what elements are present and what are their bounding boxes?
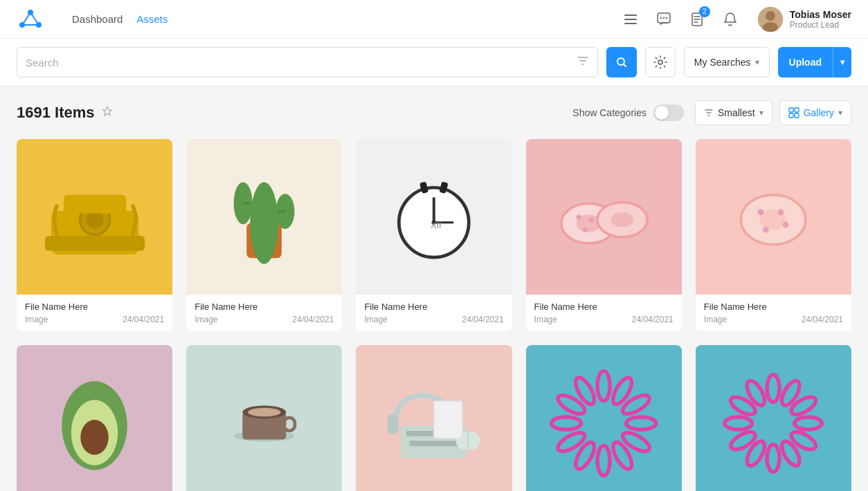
gallery-info: File Name Here Image 24/04/2021 — [356, 295, 512, 331]
file-date: 24/04/2021 — [632, 315, 673, 324]
svg-point-87 — [728, 428, 758, 452]
svg-point-67 — [597, 371, 610, 400]
categories-toggle[interactable] — [653, 104, 684, 121]
svg-point-47 — [758, 209, 764, 215]
upload-dropdown-icon[interactable]: ▾ — [833, 47, 851, 77]
svg-point-26 — [251, 182, 279, 263]
svg-line-3 — [22, 12, 30, 25]
file-name: File Name Here — [704, 302, 843, 312]
gallery-item[interactable]: XII File Name Here Image 24/04/2021 — [356, 139, 512, 331]
sort-button[interactable]: Smallest ▾ — [695, 100, 772, 125]
chat-icon[interactable] — [653, 8, 675, 30]
thumbnail — [356, 345, 512, 491]
bell-icon[interactable] — [719, 8, 741, 30]
task-icon[interactable]: 2 — [686, 8, 708, 30]
svg-rect-21 — [45, 236, 145, 251]
svg-point-84 — [779, 438, 803, 468]
view-button[interactable]: Gallery ▾ — [779, 100, 851, 125]
file-type: Image — [25, 315, 48, 324]
svg-text:XII: XII — [431, 220, 441, 230]
chevron-down-icon: ▾ — [755, 57, 759, 67]
upload-label: Upload — [778, 47, 833, 77]
logo[interactable] — [17, 6, 44, 33]
svg-point-41 — [611, 212, 633, 227]
search-button[interactable] — [606, 47, 637, 77]
nav-dashboard[interactable]: Dashboard — [72, 13, 123, 25]
content-area: 1691 Items Show Categories Smallest ▾ — [0, 86, 868, 491]
gallery-meta: Image 24/04/2021 — [25, 315, 164, 324]
pin-icon[interactable] — [102, 106, 113, 120]
view-chevron-icon: ▾ — [838, 108, 842, 118]
svg-point-89 — [728, 393, 758, 418]
thumbnail — [696, 345, 851, 491]
gallery-item[interactable]: File Name Here Image 24/04/2021 — [17, 139, 172, 331]
svg-point-48 — [778, 209, 784, 215]
gallery-item[interactable]: File Name Here Image 24/04/2021 — [186, 345, 342, 491]
gallery-item[interactable]: File Name Here Image 24/04/2021 — [526, 139, 682, 331]
thumbnail — [186, 345, 342, 491]
svg-point-83 — [788, 428, 818, 452]
gallery-meta: Image 24/04/2021 — [364, 315, 503, 324]
file-name: File Name Here — [25, 302, 164, 312]
user-name: Tobias Moser — [790, 9, 851, 20]
gallery-item[interactable]: File Name Here Image 24/04/2021 — [526, 345, 682, 491]
file-name: File Name Here — [195, 302, 334, 312]
gallery-info: File Name Here Image 24/04/2021 — [186, 295, 342, 331]
nav-assets[interactable]: Assets — [136, 13, 168, 25]
file-date: 24/04/2021 — [462, 315, 504, 324]
svg-point-73 — [597, 445, 610, 475]
file-type: Image — [364, 315, 387, 324]
gallery-item[interactable]: File Name Here Image 24/04/2021 — [696, 345, 851, 491]
sort-label: Smallest — [718, 107, 755, 118]
gallery-item[interactable]: File Name Here Image 24/04/2021 — [17, 345, 172, 491]
file-name: File Name Here — [364, 302, 503, 312]
toolbar: My Searches ▾ Upload ▾ — [0, 39, 868, 86]
svg-point-86 — [743, 438, 768, 468]
thumbnail: XII — [356, 139, 512, 295]
upload-button[interactable]: Upload ▾ — [778, 47, 851, 77]
search-input[interactable] — [26, 57, 571, 68]
thumbnail — [186, 139, 342, 295]
my-searches-label: My Searches — [694, 57, 751, 68]
file-date: 24/04/2021 — [292, 315, 334, 324]
svg-point-44 — [583, 227, 588, 232]
svg-point-43 — [589, 217, 594, 222]
svg-point-23 — [86, 211, 103, 228]
thumbnail — [17, 345, 172, 491]
gallery-item[interactable]: File Name Here Image 24/04/2021 — [356, 345, 512, 491]
svg-rect-17 — [795, 108, 799, 112]
svg-rect-66 — [434, 401, 462, 438]
user-details: Tobias Moser Product Lead — [790, 9, 851, 30]
menu-icon[interactable] — [620, 8, 642, 30]
svg-rect-24 — [64, 194, 126, 213]
svg-rect-61 — [410, 441, 458, 446]
gallery-meta: Image 24/04/2021 — [534, 315, 673, 324]
user-role: Product Lead — [790, 20, 851, 30]
svg-rect-19 — [795, 113, 799, 118]
gallery-item[interactable]: File Name Here Image 24/04/2021 — [696, 139, 851, 331]
gallery-item[interactable]: File Name Here Image 24/04/2021 — [186, 139, 342, 331]
svg-point-15 — [658, 60, 662, 64]
svg-rect-18 — [789, 113, 793, 118]
gallery-info: File Name Here Image 24/04/2021 — [526, 295, 682, 331]
thumbnail — [17, 139, 172, 295]
file-name: File Name Here — [534, 302, 673, 312]
file-date: 24/04/2021 — [802, 315, 843, 324]
sort-chevron-icon: ▾ — [759, 108, 763, 118]
avatar — [758, 7, 783, 32]
my-searches-button[interactable]: My Searches ▾ — [684, 47, 770, 77]
svg-point-90 — [743, 378, 768, 407]
svg-point-85 — [767, 444, 779, 472]
svg-point-9 — [666, 17, 667, 18]
thumbnail — [526, 139, 682, 295]
filter-icon[interactable] — [577, 55, 589, 70]
svg-point-57 — [248, 408, 280, 417]
search-settings-button[interactable] — [645, 47, 676, 77]
svg-point-12 — [766, 11, 775, 21]
svg-point-79 — [767, 375, 779, 402]
svg-point-42 — [577, 214, 581, 219]
svg-point-81 — [788, 393, 818, 418]
svg-point-53 — [80, 420, 109, 455]
search-container — [17, 47, 598, 77]
svg-point-82 — [795, 417, 822, 429]
